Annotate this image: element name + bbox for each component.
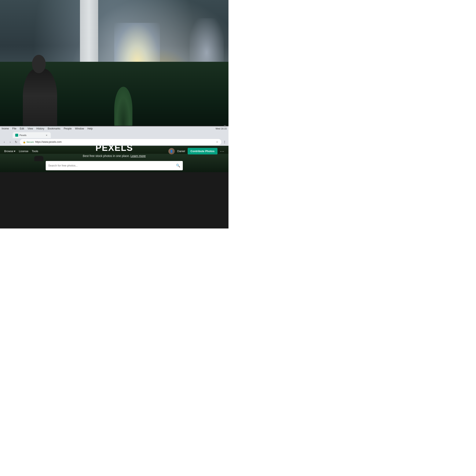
- forward-button[interactable]: ›: [8, 139, 13, 144]
- tab-title: Pexels: [19, 134, 44, 136]
- hero-person-silhouette: [34, 156, 43, 161]
- search-input[interactable]: [48, 164, 174, 167]
- pexels-logo: PEXELS: [46, 146, 183, 153]
- tools-button[interactable]: Tools: [32, 150, 38, 153]
- address-bar-right: ☆: [216, 140, 218, 143]
- toolbar-icons: ⋮: [222, 140, 227, 144]
- menu-bar-right: Wed 16:15: [216, 127, 227, 130]
- search-icon[interactable]: 🔍: [176, 164, 180, 168]
- browser-chrome: hrome File Edit View History Bookmarks P…: [0, 126, 228, 146]
- pexels-hero: Browse ▾ License Tools 👤 Daniel Contribu…: [0, 146, 228, 172]
- browse-label: Browse: [4, 150, 13, 153]
- hero-content: PEXELS Best free stock photos in one pla…: [46, 146, 183, 172]
- secure-badge: 🔒 Secure: [23, 141, 34, 143]
- extensions-button[interactable]: ⋮: [222, 140, 227, 144]
- back-button[interactable]: ‹: [2, 139, 7, 144]
- browse-button[interactable]: Browse ▾: [4, 150, 16, 153]
- browse-chevron-icon: ▾: [14, 150, 16, 153]
- menu-bar: hrome File Edit View History Bookmarks P…: [0, 126, 228, 131]
- pexels-website: Browse ▾ License Tools 👤 Daniel Contribu…: [0, 146, 228, 172]
- tab-favicon: [15, 134, 18, 137]
- lock-icon: 🔒: [23, 141, 26, 143]
- menu-window[interactable]: Window: [75, 127, 84, 130]
- address-url: https://www.pexels.com: [35, 140, 62, 143]
- nav-buttons: ‹ › ↻: [2, 139, 19, 144]
- search-bar[interactable]: 🔍: [46, 161, 183, 170]
- menu-file[interactable]: File: [12, 127, 16, 130]
- screen-container: hrome File Edit View History Bookmarks P…: [0, 126, 228, 228]
- secure-label: Secure: [26, 141, 34, 143]
- menu-edit[interactable]: Edit: [20, 127, 24, 130]
- menu-help[interactable]: Help: [87, 127, 93, 130]
- menu-view[interactable]: View: [28, 127, 33, 130]
- contribute-photos-button[interactable]: Contribute Photos: [188, 148, 218, 154]
- learn-more-link[interactable]: Learn more: [131, 154, 146, 158]
- pexels-nav-left: Browse ▾ License Tools: [4, 150, 38, 153]
- more-options-button[interactable]: ⋯: [220, 149, 224, 154]
- menu-history[interactable]: History: [36, 127, 44, 130]
- tab-close-button[interactable]: ✕: [45, 134, 48, 137]
- refresh-button[interactable]: ↻: [14, 139, 19, 144]
- hero-tagline: Best free stock photos in one place. Lea…: [46, 154, 183, 158]
- bookmark-star-icon[interactable]: ☆: [216, 140, 218, 143]
- license-button[interactable]: License: [19, 150, 28, 153]
- address-bar[interactable]: 🔒 Secure https://www.pexels.com ☆: [20, 139, 221, 145]
- browser-tab-pexels[interactable]: Pexels ✕: [13, 132, 51, 138]
- menu-people[interactable]: People: [64, 127, 71, 130]
- menu-app-name[interactable]: hrome: [2, 127, 9, 130]
- person-head: [32, 55, 46, 73]
- address-bar-row: ‹ › ↻ 🔒 Secure https://www.pexels.com ☆ …: [0, 138, 228, 146]
- system-time: Wed 16:15: [216, 127, 227, 130]
- tab-bar: Pexels ✕: [0, 131, 228, 138]
- menu-bookmarks[interactable]: Bookmarks: [48, 127, 60, 130]
